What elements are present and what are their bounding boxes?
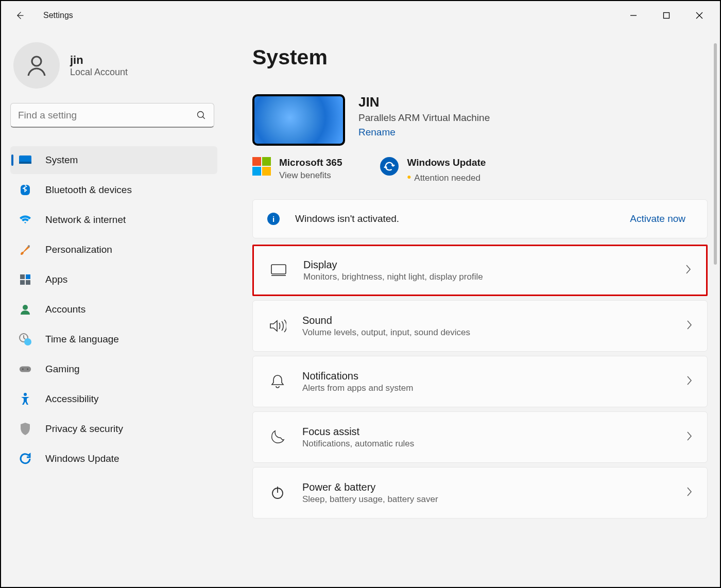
sound-icon: [267, 319, 288, 333]
nav-label: Network & internet: [45, 214, 126, 226]
clock-globe-icon: [19, 333, 32, 346]
chevron-right-icon: [685, 319, 693, 333]
svg-rect-11: [20, 280, 25, 285]
svg-point-15: [24, 338, 31, 345]
svg-rect-20: [271, 265, 286, 274]
page-title: System: [252, 45, 708, 70]
moon-icon: [267, 430, 288, 444]
nav-item-accessibility[interactable]: Accessibility: [10, 385, 217, 413]
scrollbar[interactable]: [714, 43, 717, 265]
chevron-right-icon: [685, 486, 693, 499]
chevron-right-icon: [685, 430, 693, 444]
card-subtitle: Notifications, automatic rules: [302, 439, 414, 449]
minimize-button[interactable]: [617, 5, 650, 26]
sidebar: jin Local Account System Bluetooth & dev…: [10, 32, 227, 587]
card-sound[interactable]: Sound Volume levels, output, input, soun…: [252, 300, 708, 352]
avatar: [13, 42, 60, 89]
chevron-right-icon: [685, 375, 693, 388]
nav-item-privacy[interactable]: Privacy & security: [10, 415, 217, 443]
window-controls: [617, 5, 716, 26]
nav-item-personalization[interactable]: Personalization: [10, 236, 217, 264]
apps-icon: [19, 273, 32, 286]
banner-text: Windows isn't activated.: [295, 213, 630, 224]
quick-m365[interactable]: Microsoft 365 View benefits: [252, 157, 342, 181]
svg-point-19: [24, 393, 27, 396]
accessibility-icon: [19, 392, 32, 406]
svg-rect-12: [26, 280, 30, 285]
quick-windows-update[interactable]: Windows Update Attention needed: [380, 157, 486, 184]
svg-rect-10: [26, 274, 30, 279]
svg-rect-6: [19, 162, 31, 164]
back-button[interactable]: [9, 5, 30, 26]
close-button[interactable]: [683, 5, 716, 26]
titlebar: Settings: [1, 1, 720, 30]
nav-label: Personalization: [45, 244, 112, 255]
svg-point-8: [28, 245, 30, 247]
card-display[interactable]: Display Monitors, brightness, night ligh…: [252, 245, 708, 296]
nav-label: Accessibility: [45, 393, 98, 405]
nav-label: Time & language: [45, 334, 119, 345]
chevron-right-icon: [684, 264, 692, 277]
svg-rect-9: [20, 274, 25, 279]
nav-label: Windows Update: [45, 453, 119, 464]
svg-rect-7: [21, 185, 30, 195]
nav-label: System: [45, 154, 78, 166]
maximize-button[interactable]: [650, 5, 683, 26]
card-subtitle: Monitors, brightness, night light, displ…: [303, 272, 483, 282]
nav-label: Bluetooth & devices: [45, 184, 132, 196]
nav-label: Accounts: [45, 304, 85, 315]
quick-sub: View benefits: [279, 170, 342, 181]
activate-now-link[interactable]: Activate now: [630, 213, 685, 224]
nav-label: Privacy & security: [45, 423, 123, 435]
activation-banner: i Windows isn't activated. Activate now: [252, 199, 708, 238]
main-content: System JIN Parallels ARM Virtual Machine…: [227, 32, 720, 587]
nav-item-bluetooth[interactable]: Bluetooth & devices: [10, 176, 217, 204]
card-subtitle: Volume levels, output, input, sound devi…: [302, 327, 470, 338]
search-box[interactable]: [10, 103, 214, 128]
person-icon: [19, 303, 32, 316]
quick-title: Microsoft 365: [279, 157, 342, 168]
sync-icon: [19, 452, 32, 465]
gamepad-icon: [19, 362, 32, 376]
rename-link[interactable]: Rename: [358, 127, 396, 138]
nav-item-apps[interactable]: Apps: [10, 266, 217, 293]
card-title: Power & battery: [302, 481, 438, 493]
nav-item-gaming[interactable]: Gaming: [10, 355, 217, 383]
card-subtitle: Alerts from apps and system: [302, 383, 413, 393]
user-name: jin: [70, 54, 128, 67]
quick-sub: Attention needed: [407, 170, 486, 184]
card-focus-assist[interactable]: Focus assist Notifications, automatic ru…: [252, 411, 708, 463]
svg-line-4: [203, 116, 205, 118]
card-title: Display: [303, 259, 483, 271]
svg-point-18: [27, 369, 28, 370]
quick-links: Microsoft 365 View benefits Windows Upda…: [252, 157, 708, 184]
power-icon: [267, 486, 288, 500]
brush-icon: [19, 243, 32, 256]
search-input[interactable]: [18, 110, 196, 121]
card-subtitle: Sleep, battery usage, battery saver: [302, 494, 438, 505]
nav-item-windows-update[interactable]: Windows Update: [10, 445, 217, 473]
nav-list: System Bluetooth & devices Network & int…: [10, 146, 227, 473]
card-title: Notifications: [302, 370, 413, 382]
bluetooth-icon: [19, 183, 32, 197]
nav-label: Apps: [45, 274, 67, 285]
nav-item-accounts[interactable]: Accounts: [10, 296, 217, 323]
device-info: JIN Parallels ARM Virtual Machine Rename: [252, 94, 708, 146]
card-power-battery[interactable]: Power & battery Sleep, battery usage, ba…: [252, 467, 708, 518]
search-icon: [196, 110, 207, 120]
app-title: Settings: [43, 11, 73, 20]
user-profile[interactable]: jin Local Account: [10, 32, 227, 103]
nav-item-system[interactable]: System: [10, 146, 217, 174]
card-title: Focus assist: [302, 426, 414, 438]
user-subtitle: Local Account: [70, 67, 128, 78]
svg-point-2: [32, 57, 41, 66]
device-description: Parallels ARM Virtual Machine: [358, 112, 490, 124]
wifi-icon: [19, 213, 32, 227]
bell-icon: [267, 374, 288, 389]
svg-point-13: [23, 305, 28, 310]
nav-item-time-language[interactable]: Time & language: [10, 325, 217, 353]
card-notifications[interactable]: Notifications Alerts from apps and syste…: [252, 356, 708, 407]
svg-point-17: [22, 369, 24, 370]
device-name: JIN: [358, 94, 490, 110]
nav-item-network[interactable]: Network & internet: [10, 206, 217, 234]
